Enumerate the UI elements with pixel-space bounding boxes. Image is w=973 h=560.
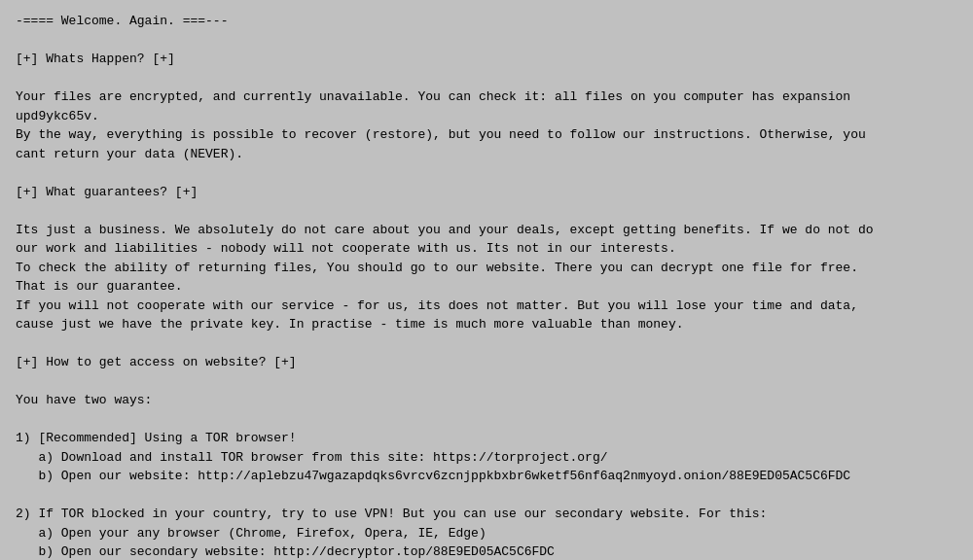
ransom-note-text: -==== Welcome. Again. ===--- [+] Whats H… [16, 12, 957, 560]
main-container: -==== Welcome. Again. ===--- [+] Whats H… [0, 0, 973, 560]
